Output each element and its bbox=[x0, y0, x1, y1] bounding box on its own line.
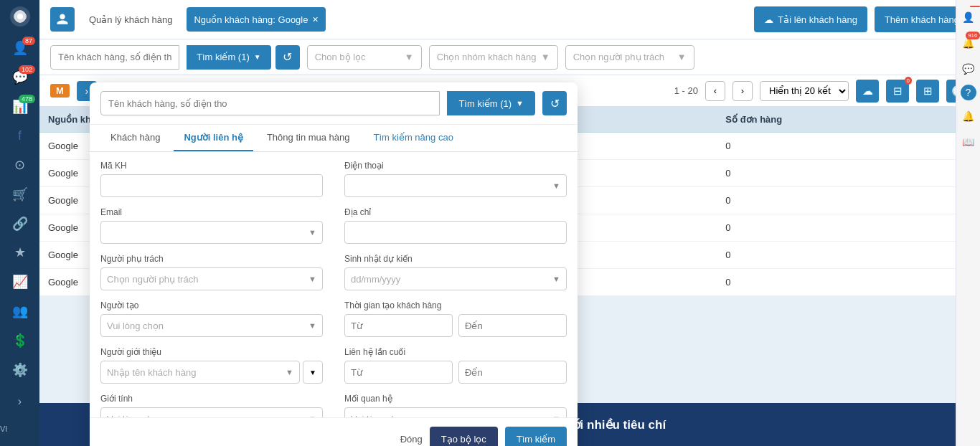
filter-tool-btn[interactable]: ⊟ 0 bbox=[886, 80, 909, 103]
sidebar-item-star[interactable]: ★ bbox=[0, 238, 39, 267]
cell-orders: 0 bbox=[717, 160, 980, 187]
gioi-tinh-arrow-icon: ▼ bbox=[308, 414, 316, 417]
lien-he-to-input[interactable] bbox=[458, 361, 567, 384]
close-tab-icon[interactable]: ✕ bbox=[312, 15, 319, 24]
sidebar-item-settings-circle[interactable]: ⊙ bbox=[0, 151, 39, 180]
create-filter-btn[interactable]: Tạo bộ lọc bbox=[430, 427, 498, 446]
rs-icon-notification[interactable]: 🔔 916 bbox=[958, 33, 979, 53]
moi-quan-he-label: Mối quan hệ bbox=[344, 394, 567, 404]
rs-icon-avatar[interactable]: 👤 bbox=[958, 7, 979, 27]
moi-quan-he-arrow-icon: ▼ bbox=[552, 414, 560, 417]
nguoi-phu-trach-dropdown[interactable]: Chọn người phụ trách ▼ bbox=[100, 267, 323, 290]
main-area: Quản lý khách hàng Nguồn khách hàng: Goo… bbox=[39, 0, 980, 446]
activity-badge: 478 bbox=[19, 95, 35, 103]
tab-khach-hang[interactable]: Khách hàng bbox=[100, 125, 170, 151]
ma-kh-input[interactable] bbox=[100, 174, 323, 197]
search-input[interactable] bbox=[50, 45, 179, 70]
tab-google-source[interactable]: Nguồn khách hàng: Google ✕ bbox=[187, 7, 326, 32]
nguoi-gioi-thieu-arrow-icon: ▼ bbox=[286, 368, 293, 376]
ma-kh-label: Mã KH bbox=[100, 161, 323, 171]
upload-customer-btn[interactable]: ☁ Tải lên khách hàng bbox=[754, 6, 867, 32]
right-sidebar: 👤 🔔 916 💬 ? 🔔 📖 bbox=[956, 0, 980, 446]
close-modal-btn[interactable]: Đóng bbox=[400, 434, 423, 445]
group-select[interactable]: Chọn nhóm khách hàng ▼ bbox=[429, 45, 558, 70]
cell-orders: 0 bbox=[717, 269, 980, 296]
sidebar-item-person[interactable]: 👥 bbox=[0, 297, 39, 326]
modal-tabs: Khách hàng Người liên hệ Thông tin mua h… bbox=[90, 125, 578, 152]
prev-page-btn[interactable]: ‹ bbox=[705, 81, 725, 101]
rs-notif-badge: 916 bbox=[966, 32, 979, 39]
sidebar-item-users[interactable]: 👤 87 bbox=[0, 34, 39, 63]
sinh-nhat-group: Sinh nhật dự kiến dd/mm/yyyy ▼ bbox=[344, 254, 567, 290]
rs-icon-chat[interactable]: 💬 bbox=[958, 59, 979, 79]
gioi-tinh-label: Giới tính bbox=[100, 394, 323, 404]
sidebar-item-dollar[interactable]: 💲 bbox=[0, 326, 39, 355]
person-select[interactable]: Chọn người phụ trách ▼ bbox=[565, 45, 694, 70]
modal-search-btn[interactable]: Tìm kiếm (1) ▼ bbox=[447, 91, 535, 115]
page-size-select[interactable]: Hiển thị 20 kết bbox=[760, 81, 849, 101]
nguoi-tao-group: Người tạo Vui lòng chọn ▼ bbox=[100, 300, 323, 337]
users-badge: 87 bbox=[22, 37, 35, 45]
sidebar-language[interactable]: VI bbox=[0, 419, 39, 439]
tab-thong-tin-mua-hang[interactable]: Thông tin mua hàng bbox=[257, 125, 360, 151]
tab-tim-kiem-nang-cao[interactable]: Tìm kiếm nâng cao bbox=[364, 125, 463, 151]
nguoi-gioi-thieu-dropdown[interactable]: Nhập tên khách hàng ▼ bbox=[100, 361, 300, 384]
thoi-gian-from-input[interactable] bbox=[344, 314, 453, 337]
rs-icon-question[interactable]: ? bbox=[961, 85, 976, 100]
filter-dropdown-arrow: ▼ bbox=[405, 52, 414, 62]
gioi-tinh-dropdown[interactable]: Vui lòng chọn ▼ bbox=[100, 407, 323, 417]
sidebar-item-shop[interactable]: 🛒 bbox=[0, 180, 39, 209]
customer-icon-btn[interactable] bbox=[50, 7, 75, 32]
email-dropdown[interactable]: ▼ bbox=[100, 221, 323, 244]
sinh-nhat-dropdown[interactable]: dd/mm/yyyy ▼ bbox=[344, 267, 567, 290]
export-btn[interactable]: ☁ bbox=[856, 80, 879, 103]
modal-search-submit-btn[interactable]: Tìm kiếm bbox=[505, 427, 567, 446]
thoi-gian-to-input[interactable] bbox=[458, 314, 567, 337]
nguoi-tao-dropdown[interactable]: Vui lòng chọn ▼ bbox=[100, 314, 323, 337]
ma-kh-group: Mã KH bbox=[100, 161, 323, 197]
email-group: Email ▼ bbox=[100, 207, 323, 244]
cell-orders: 0 bbox=[717, 187, 980, 214]
moi-quan-he-dropdown[interactable]: Vui lòng chọn ▼ bbox=[344, 407, 567, 417]
next-page-btn[interactable]: › bbox=[732, 81, 753, 101]
filter-select[interactable]: Chon bộ lọc ▼ bbox=[307, 45, 422, 70]
search-button[interactable]: Tìm kiếm (1) ▼ bbox=[187, 45, 271, 70]
upload-icon: ☁ bbox=[764, 14, 773, 25]
dropdown-arrow-icon: ▼ bbox=[254, 53, 261, 61]
m-badge[interactable]: M bbox=[50, 84, 70, 98]
form-left-col: Mã KH Email ▼ Người phụ trách Chọn ng bbox=[90, 152, 334, 417]
person-dropdown-arrow: ▼ bbox=[677, 52, 687, 62]
lien-he-lan-cuoi-group: Liên hệ lần cuối bbox=[344, 347, 567, 384]
lien-he-from-input[interactable] bbox=[344, 361, 453, 384]
modal-refresh-btn[interactable]: ↺ bbox=[542, 91, 567, 115]
email-arrow-icon: ▼ bbox=[308, 228, 316, 237]
app-logo[interactable] bbox=[0, 0, 39, 34]
rs-icon-bell[interactable]: 🔔 bbox=[958, 106, 979, 126]
dia-chi-input[interactable] bbox=[344, 221, 567, 244]
email-label: Email bbox=[100, 207, 323, 217]
nguoi-gioi-thieu-extra-btn[interactable]: ▼ bbox=[303, 361, 323, 384]
nguoi-phu-trach-group: Người phụ trách Chọn người phụ trách ▼ bbox=[100, 254, 323, 290]
sidebar-item-crm[interactable]: 🔗 bbox=[0, 209, 39, 238]
sidebar-item-facebook[interactable]: f bbox=[0, 121, 39, 151]
modal-search-input[interactable] bbox=[100, 91, 440, 115]
sidebar-item-chat[interactable]: 💬 102 bbox=[0, 62, 39, 92]
sidebar-item-gear[interactable]: ⚙️ bbox=[0, 355, 39, 384]
thoi-gian-tao-label: Thời gian tạo khách hàng bbox=[344, 300, 567, 310]
moi-quan-he-group: Mối quan hệ Vui lòng chọn ▼ bbox=[344, 394, 567, 417]
sidebar-item-activity[interactable]: 📊 478 bbox=[0, 92, 39, 121]
rs-icon-guide[interactable]: 📖 bbox=[958, 132, 979, 152]
thoi-gian-tao-range bbox=[344, 314, 567, 337]
columns-icon: ⊞ bbox=[923, 85, 933, 98]
dien-thoai-arrow-icon: ▼ bbox=[552, 181, 560, 190]
sidebar-item-expand[interactable]: › bbox=[0, 384, 39, 419]
filter-badge: 0 bbox=[905, 77, 912, 85]
tab-nguoi-lien-he[interactable]: Người liên hệ bbox=[174, 125, 253, 151]
dien-thoai-dropdown[interactable]: ▼ bbox=[344, 174, 567, 197]
cell-orders: 0 bbox=[717, 242, 980, 269]
columns-btn[interactable]: ⊞ bbox=[916, 80, 939, 103]
refresh-btn[interactable]: ↺ bbox=[275, 45, 300, 70]
sidebar-item-chart[interactable]: 📈 bbox=[0, 267, 39, 297]
rs-avatar-badge bbox=[970, 6, 980, 7]
tab-main-customer[interactable]: Quản lý khách hàng bbox=[82, 7, 179, 32]
